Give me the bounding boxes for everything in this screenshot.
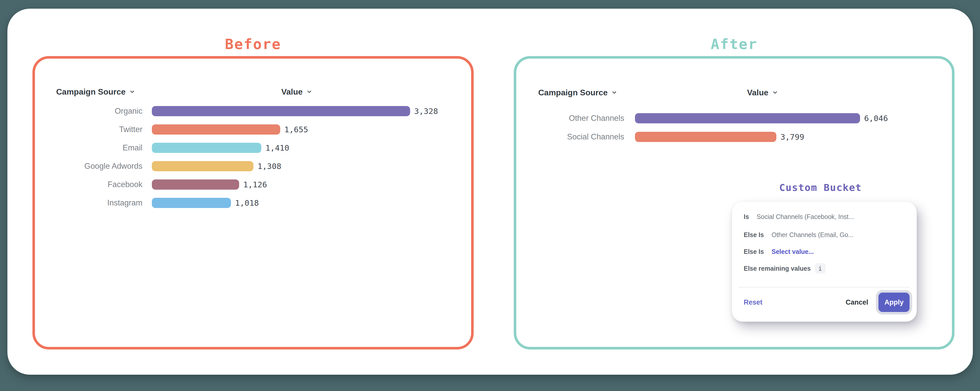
chevron-down-icon xyxy=(772,89,778,96)
custom-bucket-title: Custom Bucket xyxy=(767,182,874,193)
custom-bucket-popup: Is Social Channels (Facebook, Inst... El… xyxy=(732,202,917,322)
table-row: Twitter1,655 xyxy=(56,124,438,135)
chevron-down-icon xyxy=(129,89,135,95)
bucket-rule-row: Else Is Select value... xyxy=(744,247,909,256)
before-title: Before xyxy=(32,35,474,54)
after-value-header-label: Value xyxy=(747,88,768,97)
value-bar[interactable] xyxy=(635,113,860,123)
table-row: Facebook1,126 xyxy=(56,179,438,190)
row-label: Social Channels xyxy=(548,132,624,141)
value-bar[interactable] xyxy=(152,143,261,153)
table-row: Instagram1,018 xyxy=(56,198,438,208)
row-label: Google Adwords xyxy=(56,161,142,171)
bucket-rule-operator[interactable]: Else Is xyxy=(744,231,764,239)
bucket-select-value-link[interactable]: Select value... xyxy=(772,248,814,255)
row-label: Instagram xyxy=(56,198,142,207)
value-bar[interactable] xyxy=(152,106,410,116)
value-bar[interactable] xyxy=(635,132,776,142)
row-value: 1,018 xyxy=(235,198,259,207)
table-row: Organic3,328 xyxy=(56,106,438,116)
before-source-header[interactable]: Campaign Source xyxy=(56,86,135,97)
row-label: Organic xyxy=(56,106,142,116)
popup-divider xyxy=(738,287,910,288)
bucket-remaining-row: Else remaining values i xyxy=(744,263,909,274)
reset-button[interactable]: Reset xyxy=(744,299,762,306)
after-chart-rows: Other Channels6,046Social Channels3,799 xyxy=(548,113,888,150)
row-value: 1,655 xyxy=(284,125,308,134)
bucket-remaining-label: Else remaining values xyxy=(744,265,811,272)
bucket-rule-value[interactable]: Other Channels (Email, Go... xyxy=(772,231,853,239)
table-row: Google Adwords1,308 xyxy=(56,161,438,171)
row-label: Facebook xyxy=(56,180,142,189)
row-label: Email xyxy=(56,143,142,152)
info-icon[interactable]: i xyxy=(815,263,826,274)
bucket-rule-value[interactable]: Social Channels (Facebook, Inst... xyxy=(757,213,854,220)
table-row: Email1,410 xyxy=(56,143,438,153)
row-value: 6,046 xyxy=(864,114,888,123)
row-value: 1,308 xyxy=(258,161,281,171)
before-value-header[interactable]: Value xyxy=(271,86,322,97)
table-row: Other Channels6,046 xyxy=(548,113,888,123)
before-chart-rows: Organic3,328Twitter1,655Email1,410Google… xyxy=(56,106,438,216)
before-source-header-label: Campaign Source xyxy=(56,87,126,97)
bucket-rule-operator[interactable]: Else Is xyxy=(744,248,764,255)
value-bar[interactable] xyxy=(152,179,239,190)
row-value: 1,410 xyxy=(266,143,289,152)
chevron-down-icon xyxy=(306,89,312,95)
value-bar[interactable] xyxy=(152,161,253,171)
cancel-button[interactable]: Cancel xyxy=(845,299,868,306)
apply-button[interactable]: Apply xyxy=(878,293,910,312)
before-value-header-label: Value xyxy=(281,87,303,97)
row-value: 1,126 xyxy=(243,180,267,189)
after-value-header[interactable]: Value xyxy=(737,87,788,98)
value-bar[interactable] xyxy=(152,124,280,135)
row-label: Twitter xyxy=(56,125,142,134)
chevron-down-icon xyxy=(611,89,617,96)
bucket-rule-operator[interactable]: Is xyxy=(744,213,749,220)
value-bar[interactable] xyxy=(152,198,231,208)
bucket-rule-row: Is Social Channels (Facebook, Inst... xyxy=(744,212,909,222)
after-title: After xyxy=(514,35,955,54)
screenshot-canvas: { "colors": { "page_bg": "#4A676B", "car… xyxy=(0,0,980,391)
row-label: Other Channels xyxy=(548,114,624,123)
popup-footer: Reset Cancel Apply xyxy=(744,293,910,312)
after-source-header-label: Campaign Source xyxy=(538,88,608,97)
bucket-rule-row: Else Is Other Channels (Email, Go... xyxy=(744,230,909,240)
table-row: Social Channels3,799 xyxy=(548,132,888,142)
row-value: 3,328 xyxy=(414,106,438,116)
row-value: 3,799 xyxy=(780,132,804,141)
after-source-header[interactable]: Campaign Source xyxy=(538,87,617,98)
